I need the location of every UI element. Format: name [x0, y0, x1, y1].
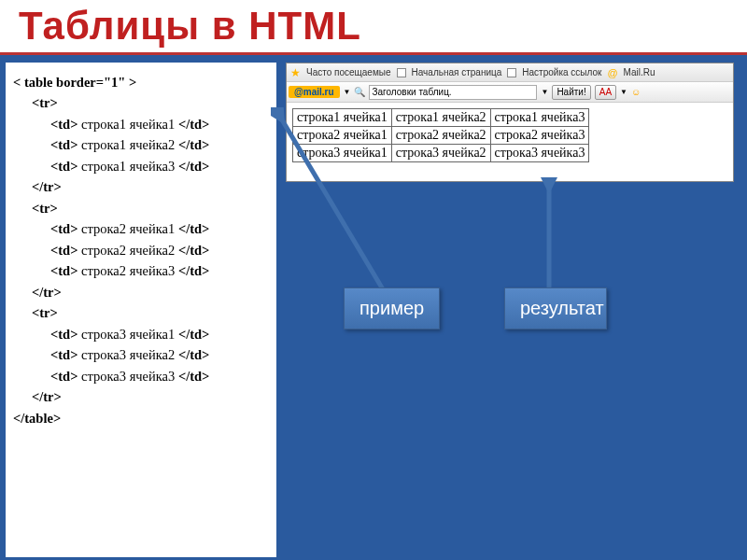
font-button[interactable]: AA: [595, 85, 616, 100]
code-line: <td> строка3 ячейка1 </td>: [50, 324, 269, 344]
code-line: </tr>: [32, 282, 269, 302]
page-title: Таблицы в HTML: [19, 4, 728, 49]
table-cell: строка3 ячейка2: [391, 145, 490, 162]
code-line: <td> строка3 ячейка3 </td>: [50, 366, 269, 386]
star-icon: ★: [290, 66, 301, 79]
result-label: результат: [504, 287, 607, 329]
table-cell: строка1 ячейка2: [391, 109, 490, 127]
code-line: </table>: [13, 408, 269, 428]
code-line: <td> строка1 ячейка3 </td>: [50, 156, 269, 176]
code-line: <td> строка3 ячейка2 </td>: [50, 344, 269, 365]
code-line: <td> строка2 ячейка1 </td>: [50, 218, 269, 239]
dropdown-icon[interactable]: ▼: [344, 88, 351, 96]
code-line: <td> строка1 ячейка2 </td>: [50, 134, 269, 155]
code-line: </tr>: [32, 176, 269, 197]
browser-toolbar-1: ★ Часто посещаемые Начальная страница На…: [287, 63, 733, 82]
code-line: < table border="1" >: [13, 72, 269, 92]
code-line: <tr>: [32, 302, 269, 323]
table-cell: строка2 ячейка3: [490, 127, 589, 145]
table-cell: строка1 ячейка3: [490, 109, 589, 127]
dropdown-icon[interactable]: ▼: [541, 88, 548, 96]
code-panel: < table border="1" > <tr> <td> строка1 я…: [6, 63, 276, 557]
checkbox-icon[interactable]: [397, 68, 406, 77]
svg-line-0: [280, 117, 383, 289]
smiley-icon[interactable]: ☺: [631, 87, 641, 97]
search-input[interactable]: [369, 85, 537, 100]
mailru-logo[interactable]: @mail.ru: [289, 86, 340, 98]
code-line: <td> строка2 ячейка2 </td>: [50, 240, 269, 260]
arrow-icon: [271, 107, 402, 303]
code-line: <tr>: [32, 92, 269, 113]
mailru-icon: @: [607, 67, 617, 78]
dropdown-icon[interactable]: ▼: [620, 88, 627, 96]
table-cell: строка2 ячейка2: [391, 127, 490, 145]
toolbar-mailru[interactable]: Mail.Ru: [624, 67, 655, 77]
checkbox-icon[interactable]: [507, 68, 516, 77]
browser-toolbar-2: @mail.ru ▼ 🔍 ▼ Найти! AA ▼ ☺: [287, 82, 733, 103]
search-icon: 🔍: [354, 87, 365, 97]
toolbar-frequently[interactable]: Часто посещаемые: [306, 67, 391, 77]
title-bar: Таблицы в HTML: [0, 0, 747, 55]
find-button[interactable]: Найти!: [552, 85, 590, 100]
toolbar-startpage[interactable]: Начальная страница: [412, 67, 502, 77]
table-cell: строка3 ячейка3: [490, 145, 589, 162]
code-line: </tr>: [32, 386, 269, 407]
code-line: <tr>: [32, 198, 269, 218]
code-line: <td> строка2 ячейка3 </td>: [50, 260, 269, 281]
example-label: пример: [344, 287, 440, 329]
code-line: <td> строка1 ячейка1 </td>: [50, 114, 269, 134]
arrow-icon: [530, 177, 568, 294]
toolbar-linksettings[interactable]: Настройка ссылок: [522, 67, 601, 77]
